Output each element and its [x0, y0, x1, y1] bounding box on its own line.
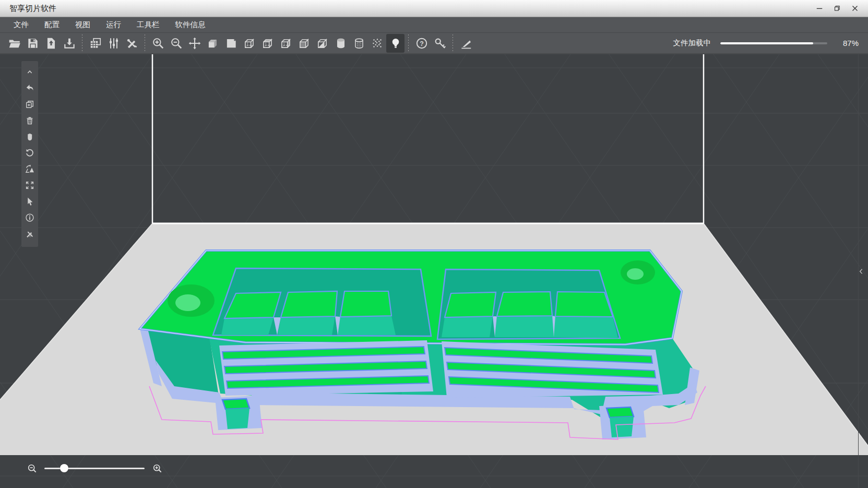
file-load-progress: 文件加载中 87%	[673, 38, 863, 48]
tools-button[interactable]	[123, 34, 141, 53]
open-folder-button[interactable]	[5, 34, 23, 53]
blade-button[interactable]	[457, 34, 475, 53]
close-button[interactable]	[846, 2, 864, 15]
menu-view[interactable]: 视图	[67, 17, 98, 32]
view-cylinder-wire-button[interactable]	[350, 34, 368, 53]
view-wire1-button[interactable]	[240, 34, 258, 53]
zoom-slider[interactable]	[44, 464, 145, 472]
view-wire3-button[interactable]	[277, 34, 295, 53]
view-ghost-button[interactable]	[295, 34, 313, 53]
progress-fill	[720, 42, 813, 44]
import-model-button[interactable]	[42, 34, 60, 53]
parameters-button[interactable]	[104, 34, 123, 53]
view-surface-button[interactable]	[222, 34, 240, 53]
add-copy-button[interactable]	[22, 96, 37, 112]
toolbar-separator	[453, 34, 453, 52]
toolbar-separator	[82, 34, 82, 52]
progress-percent: 87%	[839, 39, 859, 47]
minimize-button[interactable]	[811, 2, 828, 15]
model-pads-right	[442, 292, 618, 338]
light-button[interactable]	[386, 34, 405, 53]
model-cube-left	[215, 396, 262, 430]
view-solid-button[interactable]	[204, 34, 222, 53]
fit-view-button[interactable]	[22, 177, 37, 193]
export-gcode-button[interactable]	[60, 34, 78, 53]
svg-text:?: ?	[420, 40, 424, 47]
menu-toolbar[interactable]: 工具栏	[129, 17, 168, 32]
main-toolbar: ? 文件加载中 87%	[0, 32, 868, 54]
view-cylinder-button[interactable]	[331, 34, 350, 53]
left-tool-panel	[21, 61, 38, 247]
model-slats-right	[442, 341, 663, 398]
zoom-in-button[interactable]	[150, 461, 164, 475]
zoom-out-button[interactable]	[167, 34, 185, 53]
slice-button[interactable]	[86, 34, 104, 53]
progress-label: 文件加载中	[673, 38, 711, 48]
help-button[interactable]: ?	[412, 34, 431, 53]
progress-bar	[720, 42, 827, 44]
titlebar: 智享切片软件	[0, 0, 868, 17]
move-button[interactable]	[185, 34, 204, 53]
scene-canvas[interactable]	[0, 54, 868, 488]
collapse-button[interactable]	[22, 64, 37, 80]
model-slats-left	[219, 340, 433, 396]
menubar: 文件配置视图运行工具栏软件信息	[0, 17, 868, 32]
menu-file[interactable]: 文件	[6, 17, 37, 32]
menu-config[interactable]: 配置	[37, 17, 67, 32]
build-volume-edges	[152, 54, 704, 223]
window-title: 智享切片软件	[9, 4, 56, 14]
toolbar-separator	[408, 34, 409, 52]
view-wire2-button[interactable]	[258, 34, 277, 53]
zoom-slider-track[interactable]	[44, 468, 145, 469]
toolbar-separator	[145, 34, 145, 52]
model-cube-right	[599, 404, 646, 439]
undo-button[interactable]	[22, 80, 37, 96]
view-half-button[interactable]	[313, 34, 331, 53]
select-cursor-button[interactable]	[22, 193, 37, 209]
rotate-button[interactable]	[22, 145, 37, 161]
pan-hand-button[interactable]	[22, 128, 37, 145]
repair-tools-button[interactable]	[22, 225, 37, 242]
right-panel-toggle[interactable]	[856, 265, 866, 278]
model-pads-left	[221, 291, 396, 335]
viewport-3d[interactable]	[0, 54, 868, 488]
model-info-button[interactable]	[22, 209, 37, 225]
menu-about[interactable]: 软件信息	[168, 17, 213, 32]
zoom-slider-thumb[interactable]	[60, 464, 68, 472]
zoom-slider-bar	[25, 461, 164, 475]
delete-button[interactable]	[22, 112, 37, 128]
mirror-flip-button[interactable]	[22, 161, 37, 177]
save-button[interactable]	[23, 34, 42, 53]
zoom-out-button[interactable]	[25, 461, 39, 475]
window-controls	[811, 2, 864, 15]
view-points-button[interactable]	[368, 34, 386, 53]
zoom-in-button[interactable]	[149, 34, 167, 53]
license-key-button[interactable]	[431, 34, 449, 53]
restore-button[interactable]	[828, 2, 846, 15]
menu-run[interactable]: 运行	[98, 17, 129, 32]
